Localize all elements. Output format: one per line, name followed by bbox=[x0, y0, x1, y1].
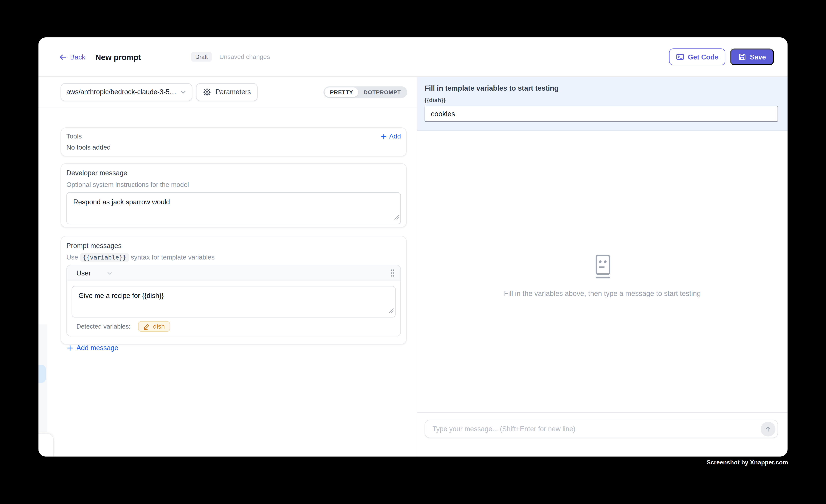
stage: Back New prompt Draft Unsaved changes Ge… bbox=[0, 0, 826, 504]
detected-variables-label: Detected variables: bbox=[76, 323, 130, 330]
app-window: Back New prompt Draft Unsaved changes Ge… bbox=[39, 37, 787, 456]
toggle-option-dotprompt[interactable]: DOTPROMPT bbox=[358, 87, 406, 97]
send-button[interactable] bbox=[761, 422, 775, 436]
gear-icon bbox=[203, 87, 211, 96]
terminal-icon bbox=[676, 53, 684, 61]
chat-empty-text: Fill in the variables above, then type a… bbox=[417, 290, 787, 298]
variable-name-label: {{dish}} bbox=[425, 97, 778, 103]
message-body: Give me a recipe for {{dish}} Detected v… bbox=[67, 281, 400, 336]
developer-message-textarea[interactable]: Respond as jack sparrow would bbox=[66, 192, 401, 224]
status-badge: Draft bbox=[191, 52, 212, 62]
get-code-button[interactable]: Get Code bbox=[669, 48, 725, 65]
tools-title: Tools bbox=[66, 133, 82, 140]
unsaved-changes-text: Unsaved changes bbox=[220, 53, 270, 60]
header-actions: Get Code Save bbox=[669, 48, 774, 65]
message-header: User bbox=[67, 265, 400, 281]
add-tool-button[interactable]: Add bbox=[381, 133, 401, 140]
save-icon bbox=[738, 53, 746, 61]
variable-badge-label: dish bbox=[153, 323, 165, 330]
add-message-label: Add message bbox=[76, 344, 118, 352]
model-toolbar: aws/anthropic/bedrock-claude-3-5-s... Pa… bbox=[39, 77, 417, 108]
back-button[interactable]: Back bbox=[59, 53, 85, 61]
variable-syntax-chip: {{variable}} bbox=[80, 253, 129, 262]
chevron-down-icon bbox=[180, 89, 187, 95]
save-button[interactable]: Save bbox=[730, 48, 774, 65]
detected-variables-row: Detected variables: dish bbox=[72, 321, 396, 332]
back-label: Back bbox=[70, 53, 85, 61]
header: Back New prompt Draft Unsaved changes Ge… bbox=[39, 37, 787, 77]
pencil-icon bbox=[143, 323, 150, 330]
prompt-messages-title: Prompt messages bbox=[66, 242, 401, 250]
add-tool-label: Add bbox=[389, 133, 401, 140]
subtitle-prefix: Use bbox=[66, 254, 78, 261]
variable-badge-dish[interactable]: dish bbox=[138, 321, 170, 332]
toggle-option-pretty[interactable]: PRETTY bbox=[325, 87, 358, 97]
chat-message-input[interactable] bbox=[431, 425, 761, 433]
parameters-button[interactable]: Parameters bbox=[196, 83, 258, 101]
watermark: Screenshot by Xnapper.com bbox=[707, 459, 788, 465]
variable-value-input[interactable] bbox=[425, 106, 778, 122]
tools-card: Tools Add No tools added bbox=[61, 127, 407, 156]
message-textarea[interactable]: Give me a recipe for {{dish}} bbox=[72, 286, 396, 317]
peek-sidebar-active-item[interactable] bbox=[39, 365, 46, 383]
prompt-messages-card: Prompt messages Use {{variable}} syntax … bbox=[61, 236, 407, 344]
template-variables-section: Fill in template variables to start test… bbox=[417, 77, 787, 131]
get-code-label: Get Code bbox=[688, 53, 718, 61]
developer-message-card: Developer message Optional system instru… bbox=[61, 163, 407, 228]
drag-handle-icon[interactable] bbox=[390, 268, 395, 277]
screenshot-background: Back New prompt Draft Unsaved changes Ge… bbox=[0, 0, 826, 504]
page-title: New prompt bbox=[95, 52, 141, 61]
role-value: User bbox=[76, 269, 91, 277]
save-label: Save bbox=[750, 53, 766, 61]
peek-panel bbox=[39, 433, 54, 456]
role-selector[interactable]: User bbox=[76, 269, 113, 277]
fill-variables-title: Fill in template variables to start test… bbox=[425, 84, 778, 92]
developer-message-title: Developer message bbox=[66, 169, 401, 177]
chevron-down-icon bbox=[107, 270, 113, 276]
test-panel: Fill in template variables to start test… bbox=[417, 77, 788, 456]
back-arrow-icon bbox=[59, 53, 67, 61]
plus-icon bbox=[67, 345, 73, 351]
parameters-label: Parameters bbox=[216, 88, 251, 96]
arrow-up-icon bbox=[764, 425, 772, 433]
bot-face-icon bbox=[592, 255, 613, 279]
plus-icon bbox=[381, 133, 387, 139]
model-selector[interactable]: aws/anthropic/bedrock-claude-3-5-s... bbox=[61, 83, 192, 101]
chat-divider bbox=[417, 412, 787, 413]
prompt-editor-panel: aws/anthropic/bedrock-claude-3-5-s... Pa… bbox=[39, 77, 417, 456]
prompt-messages-subtitle: Use {{variable}} syntax for template var… bbox=[66, 254, 401, 261]
tools-empty-text: No tools added bbox=[66, 144, 401, 151]
add-message-button[interactable]: Add message bbox=[67, 344, 401, 352]
message-block: User Give me a recipe for {{dish}} bbox=[66, 265, 401, 336]
chat-input-bar bbox=[425, 420, 778, 438]
developer-message-subtitle: Optional system instructions for the mod… bbox=[66, 181, 401, 188]
chat-empty-state: Fill in the variables above, then type a… bbox=[417, 255, 787, 298]
subtitle-suffix: syntax for template variables bbox=[131, 254, 215, 261]
format-toggle: PRETTY DOTPROMPT bbox=[323, 86, 407, 98]
model-selector-value: aws/anthropic/bedrock-claude-3-5-s... bbox=[66, 88, 177, 96]
